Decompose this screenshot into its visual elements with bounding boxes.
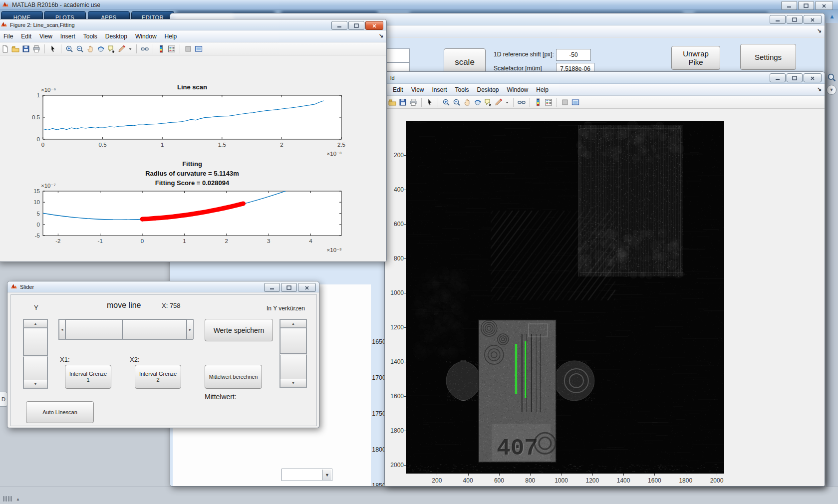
data-cursor-icon[interactable] xyxy=(107,44,116,53)
rotate-3d-icon[interactable] xyxy=(96,44,105,53)
right-figure-menu-insert[interactable]: Insert xyxy=(428,85,451,94)
slider-thumb[interactable] xyxy=(280,328,306,354)
close-button[interactable] xyxy=(804,15,822,24)
figure2-menu-tools[interactable]: Tools xyxy=(79,32,101,41)
zoom-out-icon[interactable] xyxy=(452,98,461,107)
interval-grenze1-button[interactable]: Interval Grenze 1 xyxy=(65,365,111,389)
plot-tools-detach-icon[interactable] xyxy=(194,44,203,53)
brush-icon[interactable] xyxy=(117,44,126,53)
zoom-out-icon[interactable] xyxy=(75,44,84,53)
save-icon[interactable] xyxy=(398,98,407,107)
save-values-button[interactable]: Werte speichern xyxy=(205,319,273,341)
right-figure-menu-view[interactable]: View xyxy=(407,85,428,94)
brush-icon[interactable] xyxy=(494,98,503,107)
dock-arrow-icon[interactable]: ↘ xyxy=(379,32,383,39)
combobox-arrow-icon[interactable]: ▼ xyxy=(322,470,331,480)
slider-thumb[interactable] xyxy=(23,328,47,356)
dock-arrow-icon[interactable]: ↘ xyxy=(817,86,822,92)
slider-thumb[interactable] xyxy=(122,319,187,339)
figure2-menu-file[interactable]: File xyxy=(0,32,17,41)
maximize-button[interactable] xyxy=(787,73,803,82)
insert-colorbar-icon[interactable] xyxy=(534,98,543,107)
right-figure-titlebar[interactable]: ld xyxy=(385,72,825,84)
slider-down-arrow[interactable]: ▼ xyxy=(280,379,306,387)
figure2-menu-desktop[interactable]: Desktop xyxy=(101,32,131,41)
mittelwert-berechnen-button[interactable]: Mittelwert berechnen xyxy=(205,365,262,389)
minimize-button[interactable] xyxy=(781,1,797,10)
plot-tools-icon[interactable] xyxy=(560,98,569,107)
slider-left-arrow[interactable]: ◄ xyxy=(59,319,65,339)
dropdown-arrow-icon[interactable] xyxy=(128,44,133,53)
dropdown-arrow-icon[interactable] xyxy=(505,98,510,107)
insert-colorbar-icon[interactable] xyxy=(157,44,166,53)
move-line-slider[interactable]: ◄ ► xyxy=(58,319,193,340)
slider-down-arrow[interactable]: ▼ xyxy=(23,380,47,388)
y-slider-right[interactable]: ▲ ▼ xyxy=(279,319,307,388)
new-document-icon[interactable] xyxy=(0,44,9,53)
ref-shift-input[interactable]: -50 xyxy=(556,49,591,61)
figure2-menu-edit[interactable]: Edit xyxy=(17,32,35,41)
close-button[interactable] xyxy=(298,283,316,292)
right-figure-menu-window[interactable]: Window xyxy=(503,85,533,94)
slider-up-arrow[interactable]: ▲ xyxy=(23,319,47,328)
maximize-button[interactable] xyxy=(348,21,364,30)
zoom-in-icon[interactable] xyxy=(442,98,451,107)
minimize-button[interactable] xyxy=(770,73,786,82)
close-button[interactable] xyxy=(815,1,833,10)
link-plots-icon[interactable] xyxy=(140,44,149,53)
pan-hand-icon[interactable] xyxy=(86,44,95,53)
link-plots-icon[interactable] xyxy=(517,98,526,107)
figure2-plots[interactable]: Line scan00.511.522.500.51×10⁻³×10⁻⁶Fitt… xyxy=(0,55,386,261)
save-icon[interactable] xyxy=(21,44,30,53)
pointer-arrow-icon[interactable] xyxy=(425,98,434,107)
open-folder-icon[interactable] xyxy=(388,98,397,107)
figure2-menu-insert[interactable]: Insert xyxy=(56,32,79,41)
close-button[interactable] xyxy=(804,73,822,82)
panel-grip[interactable]: ▲ xyxy=(3,496,33,503)
figure2-titlebar[interactable]: Figure 2: Line_scan,Fitting xyxy=(0,19,386,30)
slider-right-arrow[interactable]: ► xyxy=(187,319,194,339)
app-gui-combobox[interactable]: ▼ xyxy=(281,469,332,481)
right-figure-menu-edit[interactable]: Edit xyxy=(389,85,407,94)
pointer-arrow-icon[interactable] xyxy=(48,44,57,53)
rotate-3d-icon[interactable] xyxy=(473,98,482,107)
zoom-in-icon[interactable] xyxy=(65,44,74,53)
maximize-button[interactable] xyxy=(281,283,297,292)
slider-thumb[interactable] xyxy=(65,319,122,339)
collapsed-panel-tab[interactable]: D xyxy=(0,392,7,407)
plot-tools-detach-icon[interactable] xyxy=(571,98,580,107)
print-icon[interactable] xyxy=(409,98,418,107)
slider-thumb[interactable] xyxy=(23,357,47,381)
interval-grenze2-button[interactable]: Interval Grenze 2 xyxy=(135,365,181,389)
dock-arrow-icon[interactable]: ↘ xyxy=(817,27,822,34)
close-button[interactable] xyxy=(365,21,383,30)
right-figure-menu-tools[interactable]: Tools xyxy=(451,85,473,94)
search-icon[interactable] xyxy=(827,73,836,84)
plot-tools-icon[interactable] xyxy=(184,44,193,53)
minimize-button[interactable] xyxy=(264,283,280,292)
maximize-button[interactable] xyxy=(787,15,803,24)
settings-button[interactable]: Settings xyxy=(740,44,796,70)
dropdown-circle-icon[interactable]: ▼ xyxy=(827,85,837,95)
unwrap-pike-button[interactable]: Unwrap Pike xyxy=(671,46,720,70)
insert-legend-icon[interactable] xyxy=(167,44,176,53)
pan-hand-icon[interactable] xyxy=(463,98,472,107)
collapse-toolstrip-icon[interactable]: ▲ xyxy=(828,13,837,21)
maximize-button[interactable] xyxy=(798,1,814,10)
figure2-menu-help[interactable]: Help xyxy=(161,32,181,41)
slider-up-arrow[interactable]: ▲ xyxy=(280,319,306,328)
figure2-menu-view[interactable]: View xyxy=(35,32,56,41)
right-figure-menu-desktop[interactable]: Desktop xyxy=(473,85,503,94)
open-folder-icon[interactable] xyxy=(11,44,20,53)
figure2-menu-window[interactable]: Window xyxy=(131,32,161,41)
slider-thumb[interactable] xyxy=(280,355,306,380)
minimize-button[interactable] xyxy=(331,21,347,30)
slider-titlebar[interactable]: Slider xyxy=(7,281,319,292)
interferogram-image[interactable] xyxy=(406,121,724,474)
print-icon[interactable] xyxy=(32,44,41,53)
insert-legend-icon[interactable] xyxy=(544,98,553,107)
y-slider-left[interactable]: ▲ ▼ xyxy=(23,319,48,389)
auto-linescan-button[interactable]: Auto Linescan xyxy=(26,401,94,423)
data-cursor-icon[interactable] xyxy=(484,98,493,107)
minimize-button[interactable] xyxy=(770,15,786,24)
